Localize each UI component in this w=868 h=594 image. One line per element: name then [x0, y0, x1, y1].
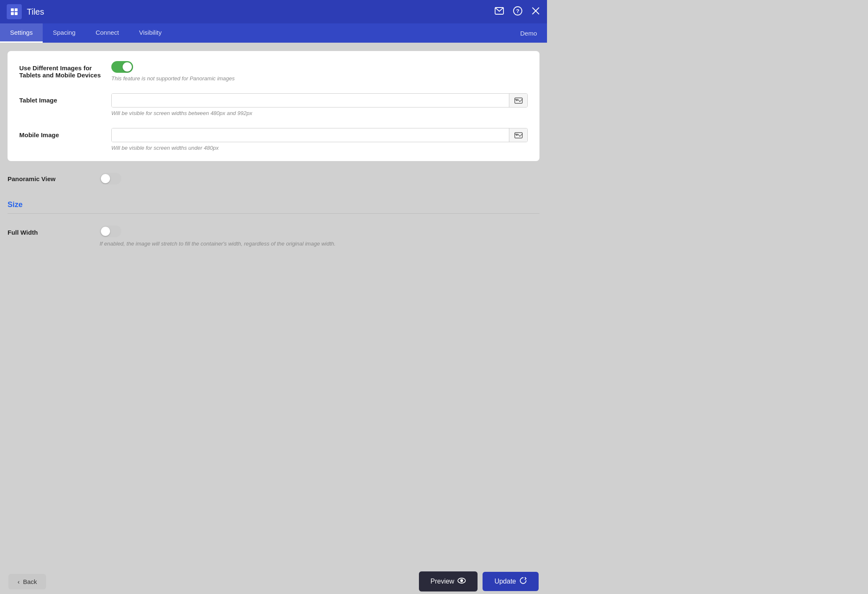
full-width-toggle[interactable] [100, 225, 121, 237]
svg-point-12 [516, 134, 517, 135]
app-title: Tiles [27, 7, 494, 17]
use-different-images-hint: This feature is not supported for Panora… [111, 75, 528, 82]
full-width-row: Full Width If enabled, the image will st… [8, 222, 539, 250]
panoramic-view-label: Panoramic View [8, 175, 100, 182]
tablet-image-label: Tablet Image [19, 93, 111, 104]
tab-visibility[interactable]: Visibility [129, 23, 172, 43]
use-different-images-card: Use Different Images for Tablets and Mob… [8, 51, 539, 161]
tablet-image-control: Will be visible for screen widths betwee… [111, 93, 528, 116]
mobile-image-input-wrapper [111, 128, 528, 142]
tablet-image-browse-button[interactable] [509, 94, 527, 107]
svg-point-10 [516, 99, 517, 100]
svg-rect-0 [11, 8, 14, 11]
mobile-image-hint: Will be visible for screen widths under … [111, 145, 528, 151]
mobile-image-input[interactable] [112, 128, 509, 142]
panoramic-section: Panoramic View [8, 169, 539, 196]
use-different-images-row: Use Different Images for Tablets and Mob… [19, 61, 528, 82]
tab-spacing[interactable]: Spacing [43, 23, 85, 43]
close-icon[interactable] [531, 6, 540, 18]
tablet-image-row: Tablet Image Will be visible for screen … [19, 93, 528, 116]
use-different-images-control: This feature is not supported for Panora… [111, 61, 528, 82]
mail-icon[interactable] [494, 6, 504, 18]
mobile-image-control: Will be visible for screen widths under … [111, 128, 528, 151]
mobile-image-row: Mobile Image Will be visible for screen … [19, 128, 528, 151]
svg-rect-3 [15, 12, 18, 15]
use-different-images-toggle-container [111, 61, 528, 73]
tab-settings[interactable]: Settings [0, 23, 43, 43]
full-width-toggle-thumb [101, 227, 110, 236]
full-width-control: If enabled, the image will stretch to fi… [100, 225, 336, 247]
svg-rect-2 [11, 12, 14, 15]
tablet-image-input[interactable] [112, 94, 509, 107]
panoramic-view-toggle[interactable] [100, 173, 121, 184]
main-content: Use Different Images for Tablets and Mob… [0, 43, 547, 348]
tablet-image-input-wrapper [111, 93, 528, 108]
svg-rect-1 [15, 8, 18, 11]
full-width-label: Full Width [8, 225, 100, 236]
toggle-thumb [123, 62, 132, 72]
mobile-image-label: Mobile Image [19, 128, 111, 138]
demo-label: Demo [510, 23, 547, 43]
mobile-image-browse-button[interactable] [509, 128, 527, 142]
panoramic-view-row: Panoramic View [8, 169, 539, 188]
app-header: Tiles ? [0, 0, 547, 23]
size-heading: Size [8, 200, 539, 209]
tablet-image-hint: Will be visible for screen widths betwee… [111, 110, 528, 116]
help-icon[interactable]: ? [513, 6, 523, 18]
panoramic-view-toggle-area [100, 173, 121, 184]
tab-bar: Settings Spacing Connect Visibility Demo [0, 23, 547, 43]
tab-connect[interactable]: Connect [85, 23, 129, 43]
use-different-images-label: Use Different Images for Tablets and Mob… [19, 61, 111, 79]
use-different-images-toggle[interactable] [111, 61, 133, 73]
svg-text:?: ? [516, 8, 519, 14]
full-width-hint: If enabled, the image will stretch to fi… [100, 241, 336, 247]
size-section: Size Full Width If enabled, the image wi… [8, 200, 539, 259]
app-logo [7, 4, 22, 19]
header-icons: ? [494, 6, 540, 18]
size-divider [8, 213, 539, 214]
panoramic-toggle-thumb [101, 174, 110, 183]
